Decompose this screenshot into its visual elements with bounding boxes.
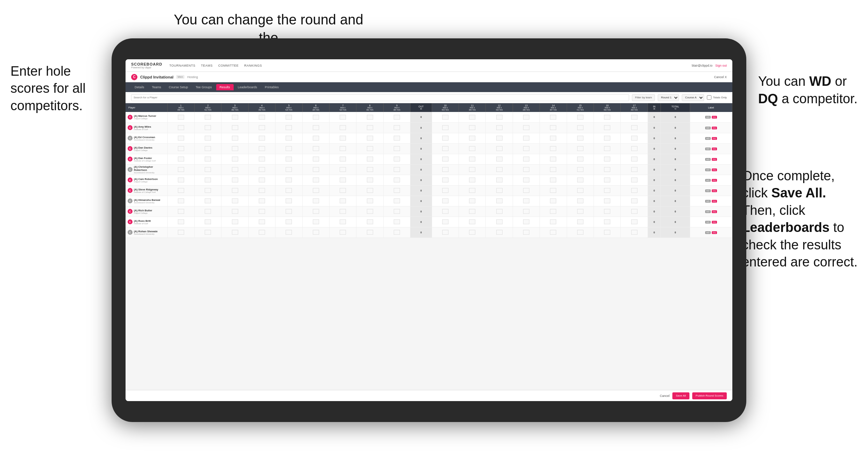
score-cell-h8[interactable] (356, 185, 383, 196)
score-input[interactable] (523, 115, 529, 120)
score-cell-h7[interactable] (329, 154, 356, 164)
score-cell-h8[interactable] (356, 122, 383, 133)
score-input[interactable] (313, 115, 319, 120)
score-cell-h1[interactable] (167, 185, 194, 196)
score-cell-h11[interactable] (459, 196, 486, 206)
score-input[interactable] (367, 178, 373, 182)
save-all-button[interactable]: Save All (672, 392, 689, 399)
score-cell-h6[interactable] (302, 154, 329, 164)
score-cell-h6[interactable] (302, 206, 329, 217)
score-input[interactable] (313, 209, 319, 214)
dq-button[interactable]: DQ (712, 158, 717, 161)
score-cell-h2[interactable] (194, 217, 221, 227)
score-cell-h8[interactable] (356, 143, 383, 154)
score-cell-h4[interactable] (248, 217, 275, 227)
score-input[interactable] (577, 219, 583, 224)
score-input[interactable] (631, 167, 637, 172)
score-cell-h12[interactable] (486, 164, 513, 175)
score-input[interactable] (178, 178, 184, 182)
score-input[interactable] (313, 219, 319, 224)
score-input[interactable] (313, 188, 319, 193)
score-cell-h14[interactable] (540, 175, 567, 185)
score-cell-h10[interactable] (432, 185, 459, 196)
score-cell-h8[interactable] (356, 175, 383, 185)
score-cell-h1[interactable] (167, 122, 194, 133)
score-cell-h16[interactable] (594, 164, 621, 175)
score-input[interactable] (232, 188, 238, 193)
score-cell-h4[interactable] (248, 164, 275, 175)
score-input[interactable] (178, 188, 184, 193)
score-input[interactable] (442, 136, 448, 141)
score-cell-h13[interactable] (513, 164, 539, 175)
score-cell-h12[interactable] (486, 217, 513, 227)
score-cell-h15[interactable] (567, 133, 594, 143)
score-input[interactable] (340, 146, 346, 151)
score-input[interactable] (604, 115, 610, 120)
score-cell-h14[interactable] (540, 206, 567, 217)
score-cell-h15[interactable] (567, 143, 594, 154)
score-cell-h5[interactable] (276, 112, 302, 122)
score-cell-h7[interactable] (329, 196, 356, 206)
score-cell-h15[interactable] (567, 185, 594, 196)
score-cell-h9[interactable] (383, 143, 410, 154)
score-input[interactable] (313, 167, 319, 172)
score-input[interactable] (205, 188, 211, 193)
score-cell-h7[interactable] (329, 112, 356, 122)
score-input[interactable] (442, 198, 448, 203)
score-input[interactable] (178, 115, 184, 120)
score-input[interactable] (631, 230, 637, 235)
score-input[interactable] (340, 188, 346, 193)
nav-rankings[interactable]: RANKINGS (244, 64, 262, 67)
score-input[interactable] (178, 157, 184, 161)
score-cell-h10[interactable] (432, 112, 459, 122)
score-input[interactable] (523, 178, 529, 182)
score-cell-h10[interactable] (432, 227, 459, 238)
score-cell-h13[interactable] (513, 206, 539, 217)
wd-button[interactable]: WD (705, 179, 711, 182)
score-cell-h15[interactable] (567, 196, 594, 206)
score-cell-h11[interactable] (459, 206, 486, 217)
score-input[interactable] (286, 167, 292, 172)
score-cell-h9[interactable] (383, 164, 410, 175)
score-cell-h17[interactable] (621, 175, 648, 185)
score-input[interactable] (469, 209, 475, 214)
score-cell-h9[interactable] (383, 227, 410, 238)
score-cell-h15[interactable] (567, 164, 594, 175)
score-cell-h14[interactable] (540, 112, 567, 122)
score-cell-h10[interactable] (432, 206, 459, 217)
dq-button[interactable]: DQ (712, 200, 717, 203)
score-cell-h11[interactable] (459, 112, 486, 122)
score-input[interactable] (523, 146, 529, 151)
score-input[interactable] (367, 198, 373, 203)
score-input[interactable] (523, 230, 529, 235)
score-input[interactable] (340, 178, 346, 182)
score-cell-h2[interactable] (194, 164, 221, 175)
score-input[interactable] (469, 167, 475, 172)
score-cell-h11[interactable] (459, 122, 486, 133)
score-cell-h11[interactable] (459, 185, 486, 196)
score-cell-h11[interactable] (459, 227, 486, 238)
score-cell-h16[interactable] (594, 154, 621, 164)
score-input[interactable] (604, 157, 610, 161)
score-input[interactable] (259, 219, 265, 224)
nav-teams[interactable]: TEAMS (201, 64, 213, 67)
score-input[interactable] (577, 198, 583, 203)
score-input[interactable] (631, 115, 637, 120)
score-input[interactable] (286, 230, 292, 235)
dq-button[interactable]: DQ (712, 221, 717, 224)
score-cell-h9[interactable] (383, 122, 410, 133)
score-input[interactable] (367, 146, 373, 151)
score-cell-h8[interactable] (356, 154, 383, 164)
score-cell-h4[interactable] (248, 196, 275, 206)
score-input[interactable] (523, 167, 529, 172)
score-input[interactable] (259, 115, 265, 120)
score-input[interactable] (442, 188, 448, 193)
score-input[interactable] (340, 167, 346, 172)
score-input[interactable] (367, 209, 373, 214)
score-input[interactable] (577, 178, 583, 182)
score-input[interactable] (496, 188, 503, 193)
score-input[interactable] (313, 146, 319, 151)
score-input[interactable] (340, 230, 346, 235)
score-input[interactable] (469, 219, 475, 224)
wd-button[interactable]: WD (705, 168, 711, 171)
